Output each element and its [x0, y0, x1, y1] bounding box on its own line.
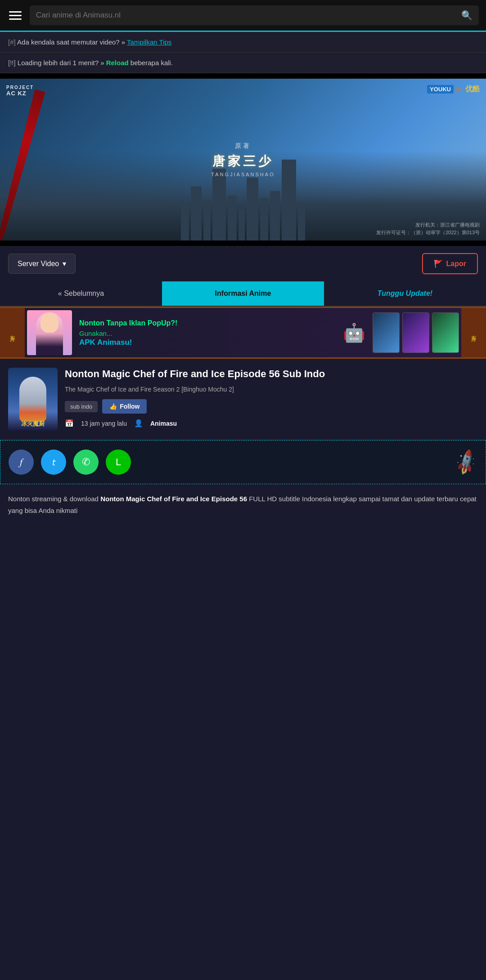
anime-tags: sub indo 👍 Follow [65, 399, 478, 414]
facebook-icon: 𝑓 [20, 456, 22, 468]
building-5 [228, 196, 237, 241]
lapor-button[interactable]: 🚩 Lapor [422, 253, 478, 274]
banner-apk-text: APK Animasu! [79, 338, 336, 347]
share-section: 𝑓 𝘵 ✆ L 🚀 [0, 440, 486, 484]
hamburger-menu[interactable] [7, 9, 23, 22]
anime-title: Nonton Magic Chef of Fire and Ice Episod… [65, 368, 478, 381]
yuanzhu-text: 原著 [211, 142, 274, 150]
banner-ad[interactable]: 东方 Nonton Tanpa Iklan PopUp?! Gunakan...… [0, 307, 486, 359]
anime-meta: 📅 13 jam yang lalu 👤 Animasu [65, 419, 478, 428]
banner-inner: Nonton Tanpa Iklan PopUp?! Gunakan... AP… [0, 308, 486, 357]
controls-bar: Server Video 🚩 Lapor [0, 246, 486, 281]
banner-text-block: Nonton Tanpa Iklan PopUp?! Gunakan... AP… [79, 318, 336, 347]
building-6 [238, 209, 245, 241]
line-icon: L [116, 456, 121, 468]
calendar-icon: 📅 [65, 419, 74, 428]
server-video-button[interactable]: Server Video [8, 254, 76, 274]
screenshot-1 [373, 312, 400, 353]
chevron-down-icon [63, 259, 66, 268]
building-11 [298, 202, 305, 241]
title-cn: 唐家三少 [211, 153, 274, 170]
app-header: 🔍 [0, 0, 486, 32]
tag-sub-indo: sub indo [65, 401, 98, 412]
watermark-top-right: YOUKU ▶ 优酷 [427, 84, 480, 94]
watermark-top-left: PROJECT AC KZ [6, 85, 34, 97]
follow-button[interactable]: 👍 Follow [102, 399, 147, 414]
building-9 [270, 191, 280, 241]
youku-logo: YOUKU [427, 85, 454, 94]
watermark-ackz: AC KZ [6, 90, 34, 97]
banner-content: Nonton Tanpa Iklan PopUp?! Gunakan... AP… [27, 310, 459, 355]
arrow-icon: ▶ [456, 84, 463, 94]
notice-bar-2: [!!] Loading lebih dari 1 menit? » Reloa… [0, 53, 486, 73]
anime-timestamp: 13 jam yang lalu [81, 420, 127, 427]
tab-informasi[interactable]: Informasi Anime [162, 281, 324, 306]
description-section: Nonton streaming & download Nonton Magic… [0, 484, 486, 525]
whatsapp-icon: ✆ [82, 456, 90, 468]
notice2-suffix: beberapa kali. [130, 59, 173, 67]
rocket-icon: 🚀 [451, 447, 482, 477]
building-10 [282, 160, 296, 241]
share-buttons: 𝑓 𝘵 ✆ L [9, 450, 131, 475]
share-facebook-button[interactable]: 𝑓 [9, 450, 34, 475]
anime-info-section: 冰火魔厨 Nonton Magic Chef of Fire and Ice E… [0, 359, 486, 440]
description-prefix: Nonton streaming & download [8, 495, 99, 503]
description-text: Nonton streaming & download Nonton Magic… [8, 493, 478, 516]
notice-bar-1: [#] Ada kendala saat memutar video? » Ta… [0, 32, 486, 53]
screenshot-2 [402, 312, 429, 353]
video-thumbnail[interactable]: PROJECT AC KZ YOUKU ▶ 优酷 原著 唐家三少 TANGJIA… [0, 79, 486, 241]
search-icon[interactable]: 🔍 [461, 10, 472, 21]
screenshot-3 [432, 312, 459, 353]
tab-informasi-label: Informasi Anime [215, 290, 271, 297]
server-video-label: Server Video [18, 260, 59, 268]
tab-tunggu-label: Tunggu Update! [378, 290, 432, 297]
building-1 [181, 205, 189, 241]
building-4 [212, 169, 226, 241]
lapor-label: Lapor [446, 260, 466, 268]
thumbsup-icon: 👍 [109, 403, 117, 410]
cover-cn-text: 冰火魔厨 [8, 420, 58, 428]
building-7 [247, 178, 258, 241]
share-whatsapp-button[interactable]: ✆ [73, 450, 99, 475]
reload-link[interactable]: Reload [106, 59, 129, 67]
tab-sebelumnya-label: « Sebelumnya [58, 290, 104, 297]
banner-scroll-left: 东方 [0, 308, 25, 357]
anime-cover-image: 冰火魔厨 [8, 368, 58, 431]
tab-sebelumnya[interactable]: « Sebelumnya [0, 281, 162, 306]
search-input[interactable] [36, 11, 457, 20]
cover-figure [19, 377, 46, 422]
cover-fire [19, 404, 46, 422]
twitter-icon: 𝘵 [52, 456, 55, 468]
tab-tunggu[interactable]: Tunggu Update! [324, 281, 486, 306]
girl-head [40, 312, 58, 333]
follow-label: Follow [120, 403, 140, 410]
video-bottom-line2: 发行许可证号：（浙）动审字（2022）第013号 [376, 229, 480, 236]
banner-main-text: Nonton Tanpa Iklan PopUp?! [79, 318, 336, 328]
building-8 [260, 198, 268, 241]
video-bottom-line1: 发行机关：浙江省广播电视剧 [376, 221, 480, 229]
flag-icon: 🚩 [434, 259, 443, 268]
search-bar: 🔍 [30, 5, 479, 25]
anime-details: Nonton Magic Chef of Fire and Ice Episod… [65, 368, 478, 431]
tampilkan-tips-link[interactable]: Tampilkan Tips [127, 38, 171, 46]
notice2-text: Loading lebih dari 1 menit? » [18, 59, 104, 67]
share-twitter-button[interactable]: 𝘵 [41, 450, 66, 475]
tabs-bar: « Sebelumnya Informasi Anime Tunggu Upda… [0, 281, 486, 307]
user-icon: 👤 [134, 419, 143, 428]
android-icon: 🤖 [343, 322, 365, 343]
title-pinyin: TANGJIASANSHAO [211, 172, 274, 177]
banner-screenshots [373, 312, 459, 353]
building-3 [203, 200, 211, 241]
video-container: PROJECT AC KZ YOUKU ▶ 优酷 原著 唐家三少 TANGJIA… [0, 73, 486, 246]
video-bottom-right: 发行机关：浙江省广播电视剧 发行许可证号：（浙）动审字（2022）第013号 [376, 221, 480, 236]
watermark-project: PROJECT [6, 85, 34, 90]
share-line-button[interactable]: L [106, 450, 131, 475]
building-2 [191, 187, 202, 241]
notice1-text: Ada kendala saat memutar video? » [17, 38, 125, 46]
youku-cn: 优酷 [465, 85, 480, 94]
banner-sub-text: Gunakan... [79, 329, 336, 338]
video-center-text: 原著 唐家三少 TANGJIASANSHAO [211, 142, 274, 177]
notice2-exclaim: [!!] [8, 59, 16, 67]
notice1-hash: [#] [8, 38, 16, 46]
banner-girl-image [27, 310, 72, 355]
